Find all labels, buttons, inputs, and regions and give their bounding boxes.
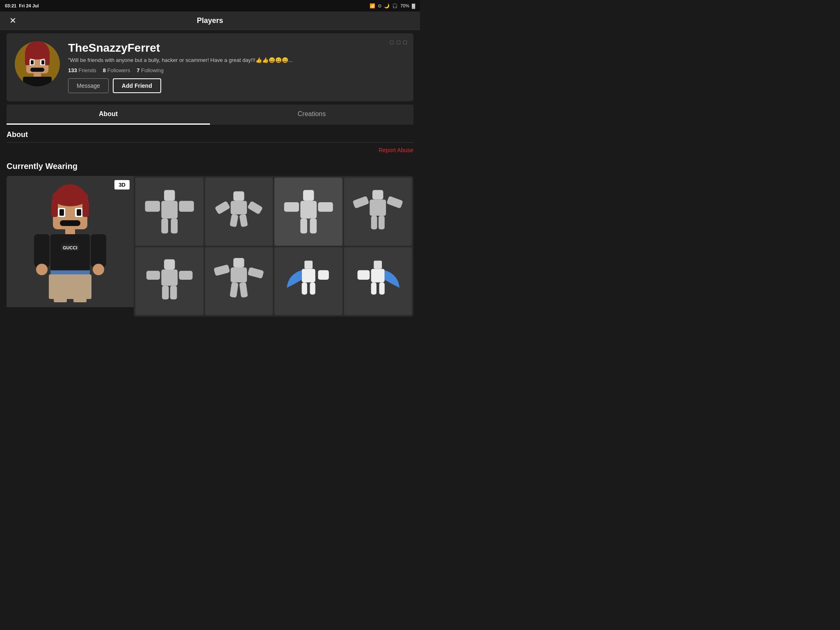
svg-rect-8: [31, 60, 34, 64]
report-row: Report Abuse: [7, 143, 413, 158]
items-grid: [134, 176, 413, 317]
svg-rect-10: [30, 68, 44, 72]
report-abuse-link[interactable]: Report Abuse: [379, 147, 413, 153]
svg-rect-80: [379, 283, 385, 295]
profile-actions: Message Add Friend: [68, 78, 405, 93]
item-cell-7[interactable]: [274, 247, 342, 315]
svg-rect-72: [301, 269, 315, 282]
avatar: [15, 41, 60, 87]
bio: "Will be friends with anyone but a bully…: [68, 57, 405, 63]
item-cell-8[interactable]: [344, 247, 412, 315]
svg-rect-43: [215, 201, 231, 215]
moon-icon: 🌙: [384, 3, 390, 9]
svg-rect-21: [77, 209, 81, 216]
nav-bar: ✕ Players: [0, 11, 420, 30]
svg-rect-59: [164, 259, 175, 269]
about-section-title: About: [7, 125, 413, 142]
content-area: About Report Abuse Currently Wearing: [0, 125, 420, 317]
friends-count: 133 Friends: [68, 67, 96, 73]
svg-rect-58: [379, 216, 385, 229]
svg-rect-57: [371, 216, 377, 229]
svg-rect-28: [49, 274, 91, 299]
svg-rect-47: [303, 190, 314, 201]
3d-button[interactable]: 3D: [114, 180, 130, 189]
svg-rect-65: [233, 258, 244, 267]
svg-rect-4: [25, 54, 30, 65]
item-cell-5[interactable]: [135, 247, 203, 315]
item-cell-6[interactable]: [205, 247, 273, 315]
svg-rect-30: [91, 234, 106, 267]
svg-rect-38: [179, 201, 194, 211]
status-icons: 📶 ⊙ 🌙 🎧 70% ▓: [370, 3, 415, 9]
svg-rect-79: [371, 283, 377, 295]
svg-rect-41: [233, 191, 244, 201]
svg-rect-61: [146, 271, 160, 280]
svg-rect-42: [231, 201, 247, 214]
close-button[interactable]: ✕: [7, 16, 19, 25]
svg-rect-71: [304, 261, 313, 269]
location-icon: ⊙: [378, 3, 381, 9]
svg-rect-24: [50, 234, 90, 271]
svg-rect-22: [60, 220, 80, 226]
svg-rect-48: [300, 201, 317, 218]
svg-rect-49: [284, 202, 299, 212]
svg-rect-34: [73, 298, 87, 302]
svg-rect-77: [371, 269, 385, 282]
tab-about[interactable]: About: [7, 105, 210, 125]
svg-rect-36: [161, 201, 178, 218]
svg-text:GUCCI: GUCCI: [63, 245, 77, 250]
svg-rect-64: [170, 286, 177, 299]
svg-rect-46: [239, 214, 248, 227]
svg-rect-67: [214, 264, 230, 276]
svg-rect-37: [145, 201, 160, 211]
svg-rect-78: [358, 270, 370, 280]
svg-rect-69: [230, 282, 238, 298]
battery-icon: ▓: [412, 3, 415, 8]
item-cell-2[interactable]: [205, 178, 273, 246]
profile-stats: 133 Friends 8 Followers 7 Following: [68, 67, 405, 73]
svg-rect-75: [310, 283, 315, 295]
wearing-container: GUCCI 3D: [7, 176, 413, 317]
svg-rect-23: [65, 228, 75, 235]
svg-rect-9: [41, 60, 44, 64]
message-button[interactable]: Message: [68, 78, 109, 93]
svg-rect-53: [372, 190, 383, 199]
svg-rect-17: [82, 201, 89, 217]
status-time-date: 03:21 Fri 24 Jul: [5, 3, 39, 8]
svg-rect-55: [352, 196, 369, 208]
svg-rect-74: [301, 283, 307, 295]
svg-rect-62: [179, 271, 192, 280]
svg-rect-56: [386, 196, 403, 208]
wifi-icon: 📶: [370, 3, 375, 9]
followers-count: 8 Followers: [103, 67, 130, 73]
svg-rect-51: [300, 218, 307, 233]
headphone-icon: 🎧: [392, 3, 398, 9]
svg-rect-54: [370, 199, 386, 216]
svg-rect-68: [247, 267, 264, 279]
page-title: Players: [197, 16, 223, 25]
currently-wearing-title: Currently Wearing: [7, 158, 413, 176]
svg-rect-63: [162, 286, 169, 299]
svg-rect-66: [231, 267, 247, 282]
battery-level: 70%: [400, 3, 409, 8]
svg-rect-45: [230, 214, 238, 227]
item-cell-4[interactable]: [344, 178, 412, 246]
item-cell-3[interactable]: [274, 178, 342, 246]
svg-rect-70: [239, 282, 248, 298]
svg-rect-60: [161, 269, 178, 286]
svg-rect-33: [54, 298, 67, 302]
item-cell-1[interactable]: [135, 178, 203, 246]
profile-header: TheSnazzyFerret "Will be friends with an…: [7, 33, 413, 101]
svg-rect-39: [161, 218, 168, 233]
more-options-icon[interactable]: □ □ □: [390, 39, 408, 46]
username: TheSnazzyFerret: [68, 41, 405, 55]
add-friend-button[interactable]: Add Friend: [113, 78, 161, 93]
svg-rect-16: [51, 201, 58, 217]
svg-rect-5: [45, 54, 50, 65]
following-count: 7 Following: [137, 67, 164, 73]
tab-creations[interactable]: Creations: [210, 105, 413, 125]
tabs: About Creations: [7, 105, 413, 125]
svg-rect-44: [247, 201, 263, 215]
status-bar: 03:21 Fri 24 Jul 📶 ⊙ 🌙 🎧 70% ▓: [0, 0, 420, 11]
svg-rect-29: [34, 234, 50, 267]
